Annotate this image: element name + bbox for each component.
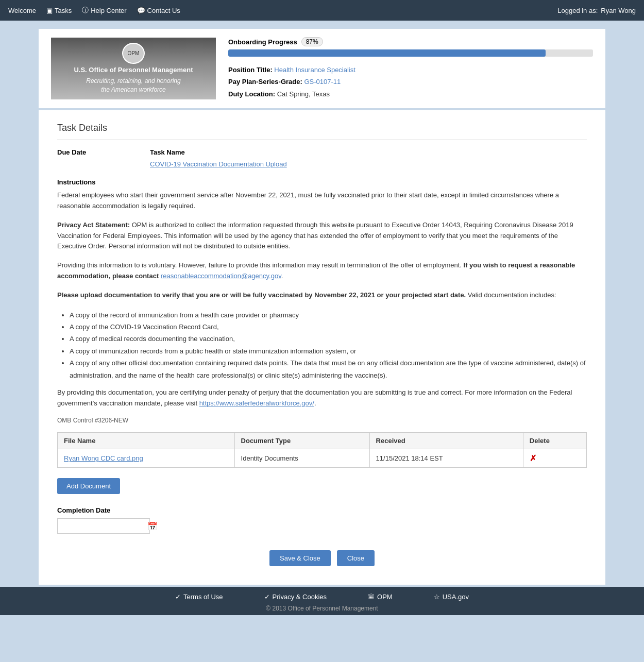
star-icon: ☆ (434, 593, 440, 601)
header-card: OPM U.S. Office of Personnel Management … (39, 29, 605, 108)
footer-copyright: © 2013 Office of Personnel Management (0, 605, 644, 612)
certify-period: . (314, 399, 316, 407)
footer-links: ✓ Terms of Use ✓ Privacy & Cookies 🏛 OPM… (0, 593, 644, 601)
col-file-name: File Name (58, 433, 235, 449)
bullet-2: A copy of the COVID-19 Vaccination Recor… (70, 321, 587, 333)
voluntary-text: Providing this information to is volunta… (57, 261, 464, 269)
divider (57, 140, 587, 140)
position-info: Position Title: Health Insurance Special… (228, 64, 593, 100)
position-title-value: Health Insurance Specialist (274, 66, 355, 74)
top-navigation: Welcome ▣ Tasks ⓘ Help Center 💬 Contact … (0, 0, 644, 21)
save-close-button[interactable]: Save & Close (269, 550, 331, 566)
checkbox-icon: ▣ (46, 7, 53, 14)
task-name-value[interactable]: COVID-19 Vaccination Documentation Uploa… (150, 160, 287, 168)
logged-in-label: Logged in as: (557, 7, 598, 14)
footer-terms[interactable]: ✓ Terms of Use (175, 593, 223, 601)
opm-tagline: Recruiting, retaining, and honoring the … (86, 77, 180, 94)
file-name-cell[interactable]: Ryan Wong CDC card.png (58, 449, 235, 468)
completion-date-label: Completion Date (57, 506, 587, 514)
add-document-button[interactable]: Add Document (57, 478, 120, 494)
doc-type-cell: Identity Documents (234, 449, 369, 468)
task-table-header: Due Date Task Name (57, 148, 587, 156)
col-delete: Delete (523, 433, 586, 449)
received-cell: 11/15/2021 18:14 EST (369, 449, 523, 468)
footer-privacy[interactable]: ✓ Privacy & Cookies (264, 593, 327, 601)
bullet-3: A copy of medical records documenting th… (70, 333, 587, 345)
question-icon: ⓘ (82, 6, 89, 15)
progress-badge: 87% (301, 37, 323, 46)
omb-text: OMB Control #3206-NEW (57, 417, 587, 424)
shield-icon: ✓ (264, 593, 270, 601)
nav-contact-us[interactable]: 💬 Contact Us (137, 7, 180, 14)
col-received: Received (369, 433, 523, 449)
certify-paragraph: By providing this documentation, you are… (57, 387, 587, 409)
task-row: COVID-19 Vaccination Documentation Uploa… (57, 160, 587, 168)
instructions-label: Instructions (57, 178, 587, 186)
close-button[interactable]: Close (337, 550, 375, 566)
pay-plan-value: GS-0107-11 (304, 78, 341, 86)
completion-date-input[interactable] (61, 522, 147, 530)
date-input-wrapper: 📅 (57, 518, 150, 534)
upload-bold: Please upload documentation to verify th… (57, 291, 466, 299)
bullet-4: A copy of immunization records from a pu… (70, 345, 587, 357)
content-card: Task Details Due Date Task Name COVID-19… (39, 110, 605, 585)
footer: ✓ Terms of Use ✓ Privacy & Cookies 🏛 OPM… (0, 587, 644, 615)
task-details-title: Task Details (57, 123, 587, 133)
footer-usagov[interactable]: ☆ USA.gov (434, 593, 469, 601)
nav-welcome: Welcome (8, 7, 36, 14)
accommodation-email[interactable]: reasonableaccommodation@agency.gov (161, 272, 281, 280)
duty-location-label: Duty Location: (228, 90, 275, 98)
col-task-name: Task Name (150, 148, 185, 156)
table-row: Ryan Wong CDC card.pngIdentity Documents… (58, 449, 587, 468)
col-doc-type: Document Type (234, 433, 369, 449)
user-name: Ryan Wong (601, 7, 636, 14)
pay-plan-label: Pay Plan-Series-Grade: (228, 78, 302, 86)
check-circle-icon: ✓ (175, 593, 181, 601)
duty-location-value: Cat Spring, Texas (277, 90, 330, 98)
opm-title: U.S. Office of Personnel Management (74, 66, 193, 74)
progress-bar-container (228, 49, 593, 57)
bullet-5: A copy of any other official documentati… (70, 357, 587, 381)
footer-opm[interactable]: 🏛 OPM (368, 593, 393, 601)
privacy-text: OPM is authorized to collect the informa… (57, 221, 573, 250)
certify-link[interactable]: https://www.saferfederalworkforce.gov/ (199, 399, 314, 407)
bullet-list: A copy of the record of immunization fro… (70, 309, 587, 381)
voluntary-paragraph: Providing this information to is volunta… (57, 260, 587, 282)
delete-cell[interactable]: ✗ (523, 449, 586, 468)
building-icon: 🏛 (368, 593, 375, 601)
privacy-paragraph: Privacy Act Statement: OPM is authorized… (57, 220, 587, 252)
col-due-date: Due Date (57, 148, 129, 156)
document-table: File Name Document Type Received Delete … (57, 432, 587, 468)
task-due-date-value (57, 160, 129, 168)
calendar-icon[interactable]: 📅 (147, 521, 158, 531)
nav-tasks[interactable]: ▣ Tasks (46, 7, 72, 14)
nav-help-center[interactable]: ⓘ Help Center (82, 6, 126, 15)
onboarding-progress-label: Onboarding Progress 87% (228, 37, 593, 46)
privacy-label: Privacy Act Statement: (57, 221, 130, 229)
progress-bar-fill (228, 49, 546, 57)
comment-icon: 💬 (137, 7, 145, 14)
opm-logo: OPM U.S. Office of Personnel Management … (51, 38, 216, 99)
accommodation-period: . (281, 272, 283, 280)
bullet-1: A copy of the record of immunization fro… (70, 309, 587, 321)
upload-suffix: Valid documentation includes: (466, 291, 556, 299)
bottom-buttons: Save & Close Close (57, 550, 587, 566)
delete-icon[interactable]: ✗ (530, 454, 536, 463)
upload-paragraph: Please upload documentation to verify th… (57, 290, 587, 301)
header-info: Onboarding Progress 87% Position Title: … (228, 37, 593, 100)
instructions-paragraph1: Federal employees who start their govern… (57, 190, 587, 212)
opm-seal: OPM (122, 43, 145, 64)
position-title-label: Position Title: (228, 66, 273, 74)
